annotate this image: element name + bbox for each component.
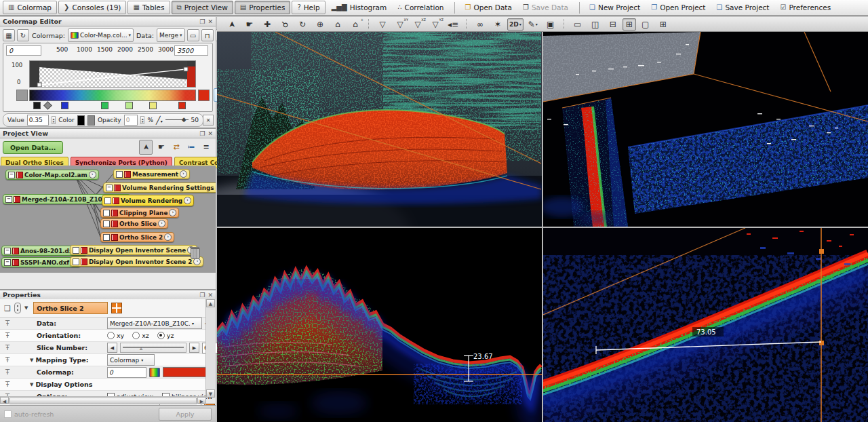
opacity-curve-plot[interactable] (29, 60, 196, 88)
expand-node-icon[interactable]: › (169, 209, 176, 216)
layout-quad-small-icon[interactable]: ⊞ (655, 18, 671, 31)
scroll-left-icon[interactable]: ◀ (0, 397, 9, 404)
menu-item-project-view[interactable]: ⧉Project View (172, 1, 233, 14)
select-tool-icon[interactable]: ➤ (226, 16, 238, 33)
expand-node-icon[interactable]: › (164, 233, 172, 241)
view-3d-slices[interactable] (543, 32, 868, 227)
stereo-mode-icon[interactable]: ∞ (472, 18, 488, 31)
select-pointer-icon[interactable]: ➤ (139, 140, 153, 155)
slope-tool-icon[interactable]: ╱▾ (156, 116, 163, 125)
float-panel-icon[interactable]: ❐ (199, 130, 205, 137)
orientation-radio-xz[interactable]: xz (132, 332, 149, 339)
node-ortho-slice[interactable]: Ortho Slice› (100, 218, 168, 229)
list-layout-icon[interactable]: ≡ (199, 140, 213, 153)
node-ssspi-dxf[interactable]: −SSSPI-ANO.dxf› (1, 257, 81, 267)
reload-colormap-button[interactable]: ↻ (17, 29, 29, 41)
menu-item-save-data[interactable]: ❒Save Data (518, 1, 573, 14)
radio-icon[interactable] (157, 332, 165, 339)
menu-item-save-project[interactable]: ❑Save Project (711, 1, 774, 14)
float-panel-icon[interactable]: ❐ (199, 292, 205, 299)
key-color-swatch[interactable] (77, 115, 85, 126)
link-ports-icon[interactable] (14, 303, 21, 313)
collapse-box-icon[interactable] (73, 247, 79, 254)
node-display-oi-scene-2[interactable]: Display Open Inventor Scene 2› (70, 256, 203, 267)
chevron-down-icon[interactable]: ▼ (24, 305, 28, 311)
scroll-up-icon[interactable]: ▲ (206, 299, 215, 307)
horizontal-scrollbar[interactable]: ◀ ▶ (0, 396, 206, 404)
slice-slider[interactable]: ▵ (120, 343, 186, 353)
scroll-down-icon[interactable]: ▼ (206, 389, 215, 398)
axis-view-front-icon[interactable]: ▽ (374, 18, 391, 31)
trash-icon[interactable] (191, 248, 200, 259)
save-colormap-button[interactable]: ▦ (3, 29, 15, 41)
collapse-box-icon[interactable] (116, 171, 123, 178)
marker-green[interactable] (101, 102, 108, 109)
view-ortho-slice[interactable]: 23.67 (217, 228, 542, 422)
opacity-input[interactable]: 0 (124, 115, 138, 126)
node-display-oi-scene[interactable]: Display Open Inventor Scene› (70, 245, 197, 255)
opacity-spinner[interactable]: ▴▾ (140, 116, 145, 124)
alt-color-swatch[interactable] (87, 115, 95, 126)
set-home-view-icon[interactable]: ⌂+ (347, 18, 363, 31)
layout-quad-icon[interactable]: ⊞ (623, 18, 636, 31)
layout-single-extended-icon[interactable]: ▢ (637, 18, 654, 31)
menu-item-tables[interactable]: ▦Tables (127, 1, 170, 14)
open-data-button[interactable]: Open Data... (3, 141, 63, 154)
annotate-pencil-icon[interactable]: ✎▾ (525, 18, 541, 31)
step-function-button[interactable]: ⊓ (201, 29, 214, 41)
collapse-box-icon[interactable]: − (5, 196, 12, 203)
overflow-color-swatch[interactable] (198, 90, 210, 101)
layout-two-vertical-icon[interactable]: ◫ (587, 18, 604, 31)
collapse-box-icon[interactable] (103, 210, 110, 216)
colormap-min-input[interactable]: 0 (107, 367, 146, 378)
menu-item-correlation[interactable]: ∴Correlation (393, 1, 448, 14)
menu-item-consoles[interactable]: ❯Consoles (19) (58, 1, 126, 14)
pin-port-icon[interactable]: Ŧ (0, 320, 15, 327)
float-panel-icon[interactable]: ❐ (199, 18, 205, 25)
collapse-box-icon[interactable] (73, 258, 79, 265)
snapshot-camera-icon[interactable]: ▣ (542, 18, 559, 31)
layout-single-icon[interactable]: ▭ (570, 18, 586, 31)
home-view-icon[interactable]: ⌂ (330, 18, 346, 31)
colormap-icon[interactable] (149, 368, 160, 377)
menu-item-help[interactable]: ?Help (292, 1, 325, 14)
collapse-box-icon[interactable]: − (4, 259, 11, 266)
expand-node-icon[interactable]: › (89, 171, 96, 178)
expand-node-icon[interactable]: › (184, 197, 191, 204)
collapse-box-icon[interactable]: − (8, 172, 15, 178)
node-clipping-plane[interactable]: Clipping Plane› (100, 208, 179, 218)
orientation-radio-xy[interactable]: xy (107, 332, 124, 339)
layout-two-horizontal-icon[interactable]: ⊟ (605, 18, 621, 31)
axis-view-yz-icon[interactable]: ▽YZ (427, 18, 443, 31)
rotate-tool-icon[interactable]: ↻ (294, 18, 311, 31)
close-panel-icon[interactable]: ✕ (208, 18, 213, 25)
collapse-display-icon[interactable]: ▼ (30, 382, 33, 387)
slice-decrement-button[interactable]: ◀ (107, 343, 117, 353)
pan-tool-icon[interactable]: ☛ (241, 18, 258, 31)
marker-red[interactable] (178, 102, 186, 109)
radio-icon[interactable] (132, 332, 140, 339)
pin-module-icon[interactable]: ❑ (4, 304, 11, 313)
collapse-mapping-icon[interactable]: ▼ (30, 358, 33, 363)
auto-arrange-icon[interactable]: ≔ (184, 140, 198, 153)
axis-view-xz-icon[interactable]: ▽XZ (410, 18, 426, 31)
connect-ports-icon[interactable]: ⇄ (170, 140, 183, 153)
translate-tool-icon[interactable]: ✚ (259, 18, 275, 31)
marker-yellow[interactable] (149, 102, 157, 109)
node-graph-area[interactable]: −Color-Map.col2.am›−Merged-Z10A-Z10B_Z10… (0, 166, 216, 273)
apply-button[interactable]: Apply (159, 408, 212, 421)
scroll-thumb[interactable] (9, 398, 197, 404)
pan-hand-icon[interactable]: ☛ (155, 140, 168, 153)
dimension-mode-button[interactable]: 2D▾ (507, 18, 524, 31)
value-spinner[interactable]: ▴▾ (52, 116, 56, 124)
pin-port-icon[interactable]: Ŧ (0, 344, 15, 351)
data-source-select[interactable]: Merged-Z10A-Z10B_Z10C.am▾ (107, 318, 202, 329)
menu-item-preferences[interactable]: ☑Preferences (776, 1, 836, 14)
view-3d-perspective[interactable] (217, 32, 542, 227)
interaction-wand-icon[interactable]: ✶ (490, 18, 506, 31)
pin-port-icon[interactable]: Ŧ (0, 356, 15, 364)
nan-color-swatch[interactable] (16, 90, 28, 101)
radio-icon[interactable] (107, 332, 115, 339)
collapse-box-icon[interactable]: − (4, 248, 11, 254)
value-input[interactable]: 0.35 (27, 115, 49, 126)
